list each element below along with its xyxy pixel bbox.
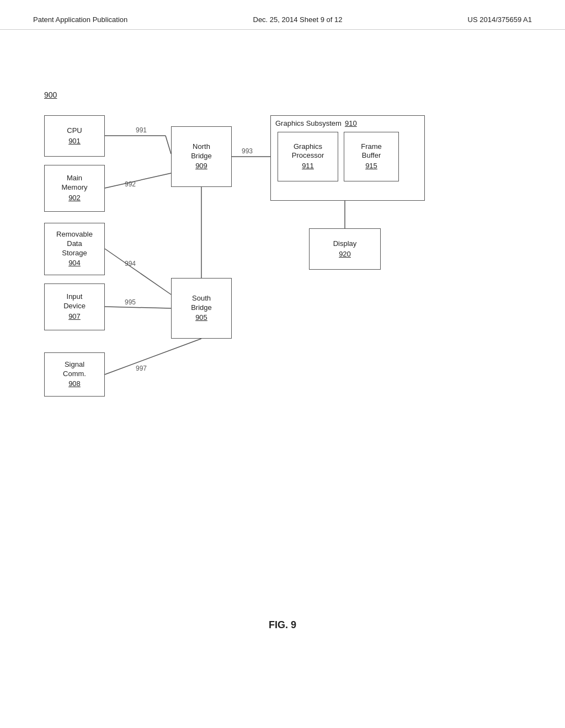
cpu-ref: 901 xyxy=(68,137,81,146)
svg-line-10 xyxy=(105,307,171,308)
graphics-processor-label: GraphicsProcessor xyxy=(292,142,324,161)
north-bridge-box: NorthBridge 909 xyxy=(171,126,232,187)
frame-buffer-ref: 915 xyxy=(365,162,377,171)
diagram-area: 900 991 992 993 994 995 xyxy=(0,30,565,664)
north-bridge-label: NorthBridge xyxy=(191,142,212,161)
input-device-label: InputDevice xyxy=(63,292,86,311)
svg-line-3 xyxy=(105,173,171,188)
svg-line-12 xyxy=(105,339,201,374)
svg-text:994: 994 xyxy=(125,260,136,267)
frame-buffer-box: FrameBuffer 915 xyxy=(344,132,399,181)
north-bridge-ref: 909 xyxy=(195,162,207,171)
display-ref: 920 xyxy=(339,250,351,259)
header-right: US 2014/375659 A1 xyxy=(468,15,532,24)
figure-label: FIG. 9 xyxy=(0,619,565,631)
svg-text:997: 997 xyxy=(136,365,147,372)
south-bridge-box: SouthBridge 905 xyxy=(171,278,232,339)
main-memory-label: MainMemory xyxy=(62,174,88,192)
svg-text:993: 993 xyxy=(242,147,253,155)
frame-buffer-label: FrameBuffer xyxy=(361,142,382,161)
main-memory-box: MainMemory 902 xyxy=(44,165,105,212)
svg-text:995: 995 xyxy=(125,298,136,306)
graphics-subsystem-box: Graphics Subsystem 910 GraphicsProcessor… xyxy=(270,115,425,201)
header-center: Dec. 25, 2014 Sheet 9 of 12 xyxy=(253,15,343,24)
page-header: Patent Application Publication Dec. 25, … xyxy=(0,0,565,30)
main-memory-ref: 902 xyxy=(68,194,81,203)
graphics-processor-box: GraphicsProcessor 911 xyxy=(278,132,338,181)
graphics-subsystem-ref: 910 xyxy=(345,119,357,129)
input-device-box: InputDevice 907 xyxy=(44,283,105,330)
display-label: Display xyxy=(333,239,357,249)
graphics-processor-ref: 911 xyxy=(302,162,314,171)
cpu-box: CPU 901 xyxy=(44,115,105,157)
south-bridge-label: SouthBridge xyxy=(191,294,212,313)
display-box: Display 920 xyxy=(309,228,381,270)
header-left: Patent Application Publication xyxy=(33,15,127,24)
graphics-subsystem-label: Graphics Subsystem xyxy=(275,119,342,129)
input-device-ref: 907 xyxy=(68,312,81,322)
svg-text:991: 991 xyxy=(136,126,147,134)
cpu-label: CPU xyxy=(67,126,82,136)
signal-comm-label: SignalComm. xyxy=(63,360,86,379)
signal-comm-ref: 908 xyxy=(68,379,81,389)
removable-data-ref: 904 xyxy=(68,259,81,268)
ref-900: 900 xyxy=(44,90,57,99)
svg-line-1 xyxy=(166,136,171,154)
removable-data-box: RemovableDataStorage 904 xyxy=(44,223,105,275)
removable-data-label: RemovableDataStorage xyxy=(56,230,93,258)
signal-comm-box: SignalComm. 908 xyxy=(44,352,105,397)
svg-line-8 xyxy=(105,249,171,295)
svg-text:992: 992 xyxy=(125,180,136,188)
south-bridge-ref: 905 xyxy=(195,313,207,323)
